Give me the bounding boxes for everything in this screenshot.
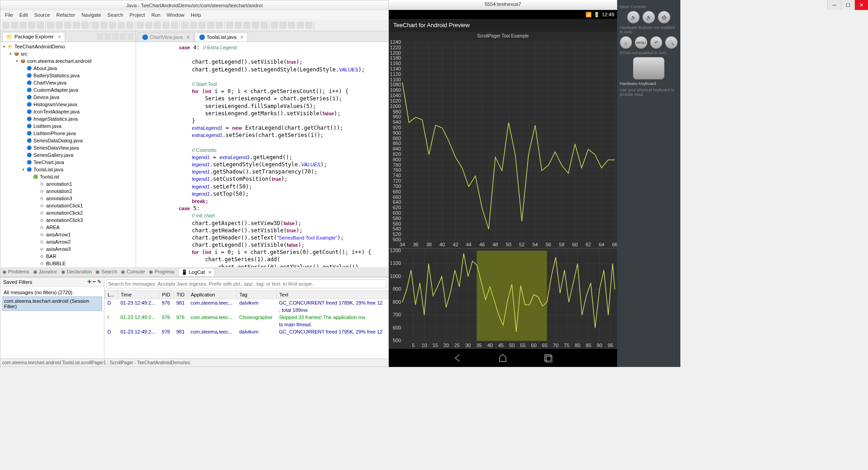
- tree-item[interactable]: 🟢ToolsList: [1, 173, 135, 180]
- log-row[interactable]: ts main thread.: [105, 321, 388, 328]
- tree-item[interactable]: ◇annotation2: [1, 188, 135, 195]
- tree-item[interactable]: 🔵ImageStatistics.java: [1, 115, 135, 122]
- tree-item[interactable]: 🔵SeriesDataDialog.java: [1, 137, 135, 144]
- toolbar-button[interactable]: [260, 22, 268, 29]
- vol-up-button[interactable]: 🔊: [642, 11, 655, 24]
- toolbar-button[interactable]: [73, 22, 80, 29]
- min-icon[interactable]: [120, 33, 126, 40]
- toolbar-button[interactable]: [109, 22, 116, 29]
- back-button[interactable]: [453, 353, 462, 362]
- toolbar-button[interactable]: [126, 22, 133, 29]
- toolbar-button[interactable]: [235, 22, 242, 29]
- tree-item[interactable]: 🔵SeriesDataView.java: [1, 144, 135, 151]
- toolbar-button[interactable]: [145, 22, 152, 29]
- view-tab-declaration[interactable]: ◉ Declaration: [61, 269, 92, 275]
- home-button[interactable]: [498, 353, 507, 362]
- toolbar-button[interactable]: [100, 22, 108, 29]
- toolbar-button[interactable]: [162, 22, 170, 29]
- tree-item[interactable]: ◇axisArrow3: [1, 245, 135, 253]
- menu-edit[interactable]: Edit: [17, 11, 31, 19]
- project-tree[interactable]: ▾📁TeeChartAndroidDemo▾📦src▾📦com.steema.t…: [0, 42, 136, 267]
- editor-tab[interactable]: 🔵 ToolsList.java✕: [195, 33, 248, 42]
- code-editor[interactable]: case 4: // Extra Legend chart.getLegend(…: [136, 42, 388, 267]
- toolbar-button[interactable]: [47, 22, 54, 29]
- menu-refactor[interactable]: Refactor: [54, 11, 78, 19]
- toolbar-button[interactable]: [207, 22, 214, 29]
- tree-item[interactable]: ◇annotationClick1: [1, 202, 135, 209]
- tree-item[interactable]: 🔵BatteryStatistics.java: [1, 72, 135, 79]
- tree-item[interactable]: 🔵TeeChart.java: [1, 159, 135, 166]
- dpad[interactable]: [633, 57, 665, 80]
- tree-item[interactable]: ◇axisArrow1: [1, 231, 135, 238]
- tree-item[interactable]: 🔵IconTextAdapter.java: [1, 108, 135, 115]
- tree-item[interactable]: ◇BAR: [1, 253, 135, 260]
- toolbar-button[interactable]: [297, 22, 304, 29]
- tree-item[interactable]: 🔵Device.java: [1, 94, 135, 101]
- tree-item[interactable]: ◇axisArrow2: [1, 238, 135, 245]
- view-tab-logcat[interactable]: 📱 LogCat ✕: [178, 268, 215, 276]
- tree-item[interactable]: ▾📦src: [1, 50, 135, 57]
- toolbar-button[interactable]: [37, 22, 44, 29]
- log-row[interactable]: , total 189ms: [105, 306, 388, 314]
- menu-project[interactable]: Project: [127, 11, 147, 19]
- add-icon[interactable]: ✚: [87, 279, 91, 284]
- log-table[interactable]: L...TimePIDTIDApplicationTagTextD01-23 1…: [104, 290, 388, 358]
- menu-icon[interactable]: [112, 33, 118, 40]
- max-icon[interactable]: [127, 33, 134, 40]
- close-button[interactable]: ✕: [854, 0, 868, 10]
- tree-item[interactable]: ▾📦com.steema.teechart.android: [1, 57, 135, 65]
- toolbar-button[interactable]: [271, 22, 278, 29]
- link-icon[interactable]: [104, 33, 111, 40]
- log-search-input[interactable]: [106, 279, 387, 288]
- tree-item[interactable]: 🔵ChartView.java: [1, 79, 135, 86]
- editor-tab[interactable]: 🔵 ChartView.java✕: [138, 33, 194, 42]
- minimize-button[interactable]: ─: [827, 0, 841, 10]
- collapse-icon[interactable]: [97, 33, 103, 40]
- tree-item[interactable]: ◇annotationClick2: [1, 209, 135, 216]
- tree-item[interactable]: ◇annotation3: [1, 195, 135, 202]
- menu-ctrl-button[interactable]: MENU: [635, 36, 647, 49]
- menu-window[interactable]: Window: [164, 11, 187, 19]
- toolbar-button[interactable]: [28, 22, 35, 29]
- toolbar-button[interactable]: [2, 22, 9, 29]
- recents-button[interactable]: [543, 353, 552, 362]
- menu-help[interactable]: Help: [188, 11, 204, 19]
- tree-item[interactable]: 🔵ListItem.java: [1, 122, 135, 130]
- tree-item[interactable]: 🔵ListItemPhone.java: [1, 130, 135, 137]
- toolbar-button[interactable]: [154, 22, 161, 29]
- toolbar-button[interactable]: [171, 22, 178, 29]
- toolbar-button[interactable]: [190, 22, 197, 29]
- chart-bottom[interactable]: 5101520253035404550556065707580859095500…: [389, 248, 617, 349]
- toolbar-button[interactable]: [81, 22, 89, 29]
- vol-down-button[interactable]: 🔉: [627, 11, 640, 24]
- tree-item[interactable]: ▾📁TeeChartAndroidDemo: [1, 43, 135, 50]
- toolbar-button[interactable]: [198, 22, 206, 29]
- search-ctrl-button[interactable]: 🔍: [665, 36, 678, 49]
- tree-item[interactable]: ◇annotationClick3: [1, 216, 135, 224]
- tree-item[interactable]: 🔵SeriesGallery.java: [1, 151, 135, 159]
- toolbar-button[interactable]: [92, 22, 99, 29]
- view-tab-javadoc[interactable]: ◉ Javadoc: [33, 269, 57, 275]
- toolbar-button[interactable]: [118, 22, 125, 29]
- tree-item[interactable]: ◇BUBBLE: [1, 260, 135, 267]
- log-row[interactable]: D01-23 12:49:2...976981com.steema.teec..…: [105, 299, 388, 307]
- log-row[interactable]: I01-23 12:49:2...976976com.steema.teec..…: [105, 314, 388, 321]
- view-tab-search[interactable]: ◉ Search: [95, 269, 117, 275]
- toolbar-button[interactable]: [19, 22, 27, 29]
- back-ctrl-button[interactable]: ↶: [650, 36, 663, 49]
- view-tab-progress[interactable]: ◉ Progress: [149, 269, 175, 275]
- close-icon[interactable]: ✕: [57, 34, 61, 39]
- view-tab-console[interactable]: ◉ Console: [121, 269, 145, 275]
- remove-icon[interactable]: ━: [93, 279, 96, 284]
- toolbar-button[interactable]: [305, 22, 312, 29]
- toolbar-button[interactable]: [252, 22, 259, 29]
- menu-file[interactable]: File: [2, 11, 16, 19]
- toolbar-button[interactable]: [226, 22, 233, 29]
- toolbar-button[interactable]: [56, 22, 63, 29]
- power-button[interactable]: ⏻: [658, 11, 670, 24]
- toolbar-button[interactable]: [181, 22, 189, 29]
- toolbar-button[interactable]: [279, 22, 287, 29]
- package-explorer-tab[interactable]: 📁 Package Explorer✕: [2, 32, 65, 41]
- tree-item[interactable]: 🔵About.java: [1, 65, 135, 72]
- tree-item[interactable]: ◇AREA: [1, 224, 135, 231]
